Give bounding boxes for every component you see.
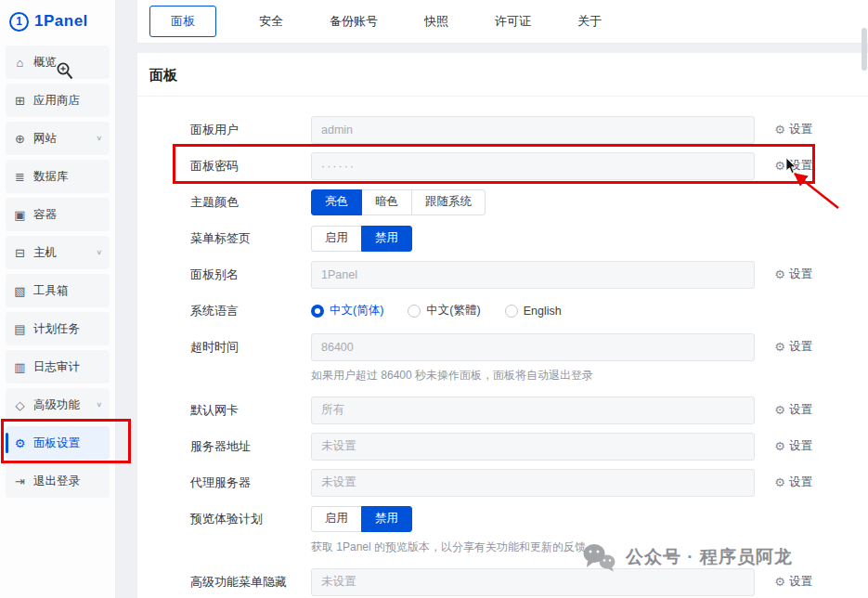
panel-password-input[interactable] xyxy=(311,152,755,180)
sidebar-item-label: 数据库 xyxy=(33,169,69,185)
theme-system-button[interactable]: 跟随系统 xyxy=(411,189,486,215)
gear-icon: ⚙ xyxy=(774,159,785,173)
sidebar-item-label: 计划任务 xyxy=(33,321,80,337)
field-label: 主题颜色 xyxy=(190,194,311,211)
sidebar-item-label: 退出登录 xyxy=(33,474,80,489)
menu-tabs-disable-button[interactable]: 禁用 xyxy=(361,226,412,252)
host-icon: ⊟ xyxy=(13,246,27,260)
row-panel-password: 面板密码 ⚙ 设置 xyxy=(190,148,812,184)
sidebar-item-label: 主机 xyxy=(33,245,57,261)
sidebar-item-website[interactable]: ⊕ 网站 ∨ xyxy=(6,122,110,155)
sidebar-item-container[interactable]: ▣ 容器 xyxy=(6,198,110,231)
set-panel-alias-button[interactable]: ⚙ 设置 xyxy=(768,266,812,282)
proxy-server-input[interactable] xyxy=(311,469,755,497)
logs-icon: ▥ xyxy=(13,360,27,374)
lang-zh-tw-radio[interactable]: 中文(繁體) xyxy=(408,303,480,318)
field-label: 预览体验计划 xyxy=(190,511,311,527)
panel-user-input[interactable] xyxy=(311,116,755,144)
advanced-menu-hide-input[interactable] xyxy=(311,568,755,596)
settings-tabbar: 面板 安全 备份账号 快照 许可证 关于 xyxy=(137,0,868,44)
gear-icon: ⚙ xyxy=(774,475,785,489)
menu-tabs-enable-button[interactable]: 启用 xyxy=(311,226,362,252)
sidebar-item-advanced[interactable]: ◇ 高级功能 ∨ xyxy=(6,388,110,422)
set-button-label: 设置 xyxy=(789,266,812,282)
appstore-icon: ⊞ xyxy=(13,94,27,108)
sidebar-item-label: 概览 xyxy=(33,55,57,71)
set-server-address-button[interactable]: ⚙ 设置 xyxy=(768,438,812,454)
row-advanced-menu-hide: 高级功能菜单隐藏 ⚙ 设置 xyxy=(190,564,812,598)
radio-icon xyxy=(311,305,324,318)
overview-icon: ⌂ xyxy=(13,56,27,70)
set-advanced-menu-hide-button[interactable]: ⚙ 设置 xyxy=(768,574,812,590)
sidebar-item-panel-settings[interactable]: ⚙ 面板设置 xyxy=(6,426,110,460)
field-label: 超时时间 xyxy=(190,339,311,356)
lang-zh-cn-radio[interactable]: 中文(简体) xyxy=(311,303,383,318)
sidebar-item-label: 日志审计 xyxy=(33,359,80,375)
sidebar-item-cron[interactable]: ▤ 计划任务 xyxy=(6,312,110,345)
set-panel-user-button[interactable]: ⚙ 设置 xyxy=(768,122,812,137)
preview-helper-text: 获取 1Panel 的预览版本，以分享有关功能和更新的反馈 xyxy=(311,537,812,564)
row-timeout: 超时时间 ⚙ 设置 xyxy=(190,329,812,365)
lang-english-radio[interactable]: English xyxy=(505,305,562,318)
field-label: 服务器地址 xyxy=(190,438,311,455)
logo[interactable]: 1 1Panel xyxy=(0,0,115,41)
tab-license[interactable]: 许可证 xyxy=(491,6,535,36)
field-label: 面板别名 xyxy=(190,266,311,283)
server-address-input[interactable] xyxy=(311,433,755,461)
tab-about[interactable]: 关于 xyxy=(574,6,605,36)
gear-icon: ⚙ xyxy=(13,436,27,450)
theme-light-button[interactable]: 亮色 xyxy=(311,189,362,215)
sidebar-item-label: 网站 xyxy=(33,131,57,147)
timeout-helper-text: 如果用户超过 86400 秒未操作面板，面板将自动退出登录 xyxy=(311,365,812,392)
toolbox-icon: ▧ xyxy=(13,284,27,298)
panel-alias-input[interactable] xyxy=(311,261,755,289)
sidebar-item-host[interactable]: ⊟ 主机 ∨ xyxy=(6,236,110,269)
default-nic-input[interactable] xyxy=(311,396,755,424)
radio-icon xyxy=(505,305,518,318)
sidebar-item-toolbox[interactable]: ▧ 工具箱 xyxy=(6,274,110,307)
row-proxy-server: 代理服务器 ⚙ 设置 xyxy=(190,464,812,500)
sidebar-item-logs[interactable]: ▥ 日志审计 xyxy=(6,350,110,384)
website-icon: ⊕ xyxy=(13,132,27,146)
set-timeout-button[interactable]: ⚙ 设置 xyxy=(768,339,812,355)
radio-label: 中文(繁體) xyxy=(426,303,480,318)
set-panel-password-button[interactable]: ⚙ 设置 xyxy=(768,158,812,174)
field-label: 高级功能菜单隐藏 xyxy=(190,574,311,591)
panel-settings-content: 面板 面板用户 ⚙ 设置 面板密码 ⚙ 设置 xyxy=(137,53,868,598)
sidebar-item-overview[interactable]: ⌂ 概览 xyxy=(6,46,110,79)
vertical-scrollbar[interactable] xyxy=(862,28,867,71)
tab-snapshot[interactable]: 快照 xyxy=(421,6,452,36)
menu-tabs-segment: 启用 禁用 xyxy=(311,226,412,252)
logo-icon: 1 xyxy=(9,12,29,32)
gear-icon: ⚙ xyxy=(774,340,785,354)
logout-icon: ⇥ xyxy=(13,474,27,488)
preview-disable-button[interactable]: 禁用 xyxy=(361,506,412,532)
tab-panel[interactable]: 面板 xyxy=(149,6,216,37)
sidebar-item-label: 高级功能 xyxy=(33,397,80,413)
timeout-input[interactable] xyxy=(311,333,755,361)
sidebar-item-label: 面板设置 xyxy=(33,436,80,451)
logo-text: 1Panel xyxy=(34,12,88,31)
gear-icon: ⚙ xyxy=(774,267,785,281)
preview-enable-button[interactable]: 启用 xyxy=(311,506,362,532)
sidebar-item-appstore[interactable]: ⊞ 应用商店 xyxy=(6,84,110,117)
tab-security[interactable]: 安全 xyxy=(255,6,287,36)
gear-icon: ⚙ xyxy=(774,575,785,589)
set-proxy-server-button[interactable]: ⚙ 设置 xyxy=(768,474,812,490)
set-button-label: 设置 xyxy=(789,574,812,590)
field-label: 面板密码 xyxy=(190,158,311,175)
container-icon: ▣ xyxy=(13,208,27,222)
radio-icon xyxy=(408,305,421,318)
sidebar-item-label: 工具箱 xyxy=(33,283,69,299)
tab-backup-account[interactable]: 备份账号 xyxy=(326,6,382,36)
set-button-label: 设置 xyxy=(789,402,812,418)
sidebar-item-logout[interactable]: ⇥ 退出登录 xyxy=(6,464,110,498)
sidebar-item-database[interactable]: ≣ 数据库 xyxy=(6,160,110,193)
field-label: 代理服务器 xyxy=(190,474,311,491)
database-icon: ≣ xyxy=(13,170,27,184)
theme-dark-button[interactable]: 暗色 xyxy=(361,189,412,215)
settings-form: 面板用户 ⚙ 设置 面板密码 ⚙ 设置 主题颜色 xyxy=(137,97,868,598)
set-default-nic-button[interactable]: ⚙ 设置 xyxy=(768,402,812,418)
set-button-label: 设置 xyxy=(789,438,812,454)
row-server-address: 服务器地址 ⚙ 设置 xyxy=(190,428,812,464)
